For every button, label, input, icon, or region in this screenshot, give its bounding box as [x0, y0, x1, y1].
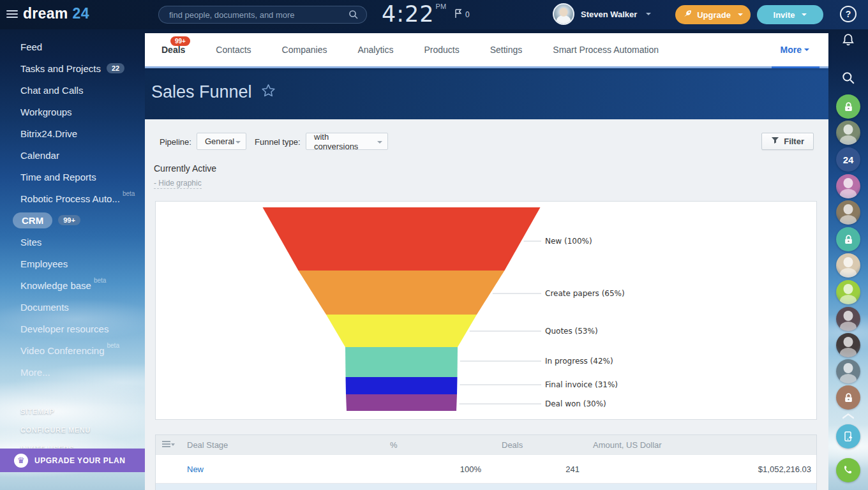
flag-counter[interactable]: 0: [454, 9, 470, 20]
search-icon[interactable]: [840, 70, 857, 86]
invite-button[interactable]: Invite: [757, 5, 823, 24]
bitrix24-badge[interactable]: 24: [836, 147, 860, 172]
sidebar-item-label: Video Conferencing: [20, 345, 104, 356]
clock[interactable]: 4:22PM: [382, 1, 446, 27]
sidebar-item-time-and-reports[interactable]: Time and Reports: [0, 166, 145, 188]
funnel-stage-label: New (100%): [545, 237, 592, 246]
funnel-stage-in-progress[interactable]: [345, 347, 458, 377]
sidebar-menu: FeedTasks and Projects22Chat and CallsWo…: [0, 29, 145, 383]
tab-smart-process-automation[interactable]: Smart Process Automation: [553, 33, 659, 66]
sidebar-item-label: Sites: [20, 237, 41, 248]
user-avatar[interactable]: [836, 307, 860, 331]
sidebar-footer-link-configure-menu[interactable]: CONFIGURE MENU: [0, 420, 145, 439]
funnel-stage-label: Final invoice (31%): [545, 380, 618, 389]
user-avatar[interactable]: [836, 253, 860, 278]
tab-contacts[interactable]: Contacts: [216, 33, 251, 66]
user-avatar[interactable]: [836, 333, 860, 357]
help-icon[interactable]: ?: [840, 6, 857, 22]
tab-more[interactable]: More: [781, 33, 809, 66]
sidebar-item-more[interactable]: More...: [0, 361, 145, 383]
sidebar-item-tasks-and-projects[interactable]: Tasks and Projects22: [0, 57, 145, 79]
sidebar-item-crm[interactable]: CRM99+: [0, 209, 145, 231]
sidebar-item-label: Tasks and Projects: [20, 63, 101, 74]
mobile-app-icon[interactable]: [836, 424, 860, 449]
funnel-stage-create-papers[interactable]: [299, 271, 505, 315]
lock-icon[interactable]: [836, 385, 860, 410]
sidebar-item-bitrix24-drive[interactable]: Bitrix24.Drive: [0, 122, 145, 144]
beta-tag: beta: [107, 342, 119, 349]
cell-percent: 100%: [381, 455, 497, 483]
deal-stage-link[interactable]: New: [187, 464, 204, 474]
user-menu[interactable]: Steven Walker: [553, 3, 651, 25]
user-avatar[interactable]: [836, 280, 860, 304]
sidebar-item-sites[interactable]: Sites: [0, 231, 145, 253]
upgrade-plan-button[interactable]: ♛ UPGRADE YOUR PLAN: [0, 449, 145, 472]
tab-companies[interactable]: Companies: [282, 33, 327, 66]
lock-icon[interactable]: [836, 94, 860, 119]
user-avatar[interactable]: [836, 200, 860, 225]
sidebar-item-developer-resources[interactable]: Developer resources: [0, 318, 145, 339]
search-input[interactable]: [169, 6, 341, 23]
pipeline-select[interactable]: General: [197, 133, 246, 150]
collapse-chevron-icon[interactable]: [841, 410, 855, 422]
tab-analytics[interactable]: Analytics: [357, 33, 393, 66]
sidebar-footer-link-sitemap[interactable]: SITEMAP: [0, 402, 145, 420]
left-sidebar: FeedTasks and Projects22Chat and CallsWo…: [0, 29, 145, 490]
sidebar-item-knowledge-base[interactable]: Knowledge basebeta: [0, 274, 145, 296]
section-heading: Currently Active: [154, 163, 216, 174]
filter-button[interactable]: Filter: [761, 133, 814, 150]
chevron-down-icon: [804, 48, 809, 51]
user-avatar[interactable]: [836, 174, 860, 198]
column-header-deal-stage[interactable]: Deal Stage: [156, 435, 381, 454]
crown-icon: ♛: [14, 454, 28, 468]
sidebar-item-robotic-process-auto[interactable]: Robotic Process Auto...beta: [0, 188, 145, 209]
pipeline-label: Pipeline:: [160, 137, 191, 147]
lock-icon[interactable]: [836, 227, 860, 251]
sidebar-item-calendar[interactable]: Calendar: [0, 144, 145, 166]
upgrade-button[interactable]: Upgrade: [675, 5, 751, 24]
notifications-bell-icon[interactable]: [840, 32, 857, 48]
funnel-stage-label: In progress (42%): [545, 357, 613, 366]
user-avatar[interactable]: [836, 359, 860, 383]
sidebar-item-label: Developer resources: [20, 323, 108, 334]
sidebar-item-chat-and-calls[interactable]: Chat and Calls: [0, 79, 145, 101]
hide-graphic-link[interactable]: - Hide graphic: [154, 179, 202, 189]
nav-tabs: Deals99+ContactsCompaniesAnalyticsProduc…: [145, 33, 828, 66]
sidebar-item-feed[interactable]: Feed: [0, 36, 145, 57]
sidebar-item-badge: 22: [107, 63, 124, 73]
sidebar-item-label: Calendar: [20, 150, 59, 161]
sidebar-item-label: Employees: [20, 258, 68, 269]
tab-deals[interactable]: Deals99+: [161, 33, 185, 66]
sidebar-item-employees[interactable]: Employees: [0, 253, 145, 274]
funnel-stage-label: Create papers (65%): [545, 289, 625, 298]
search-icon[interactable]: [348, 10, 359, 22]
sidebar-item-label: Documents: [20, 302, 69, 313]
sidebar-item-workgroups[interactable]: Workgroups: [0, 101, 145, 122]
column-header-amount-us-dollar[interactable]: Amount, US Dollar: [586, 435, 816, 454]
tab-label: Contacts: [216, 45, 251, 55]
sidebar-item-documents[interactable]: Documents: [0, 296, 145, 318]
menu-hamburger-icon[interactable]: [6, 10, 18, 19]
user-avatar[interactable]: [836, 121, 860, 145]
tab-products[interactable]: Products: [424, 33, 459, 66]
sidebar-item-video-conferencing[interactable]: Video Conferencingbeta: [0, 339, 145, 361]
column-header-deals[interactable]: Deals: [497, 435, 586, 454]
funnel-stage-final-invoice[interactable]: [346, 377, 458, 394]
phone-call-icon[interactable]: [836, 458, 860, 482]
column-header-[interactable]: %: [381, 435, 497, 454]
table-header-row: Deal Stage%DealsAmount, US Dollar: [156, 435, 816, 454]
funnel-type-select[interactable]: with conversions: [306, 133, 388, 150]
funnel-stage-deal-won[interactable]: [346, 394, 457, 411]
funnel-stage-quotes[interactable]: [326, 315, 477, 347]
funnel-svg: New (100%)Create papers (65%)Quotes (53%…: [156, 202, 816, 419]
main-content: Pipeline: General Funnel type: with conv…: [145, 119, 828, 490]
table-settings-icon[interactable]: [162, 441, 175, 449]
tab-settings[interactable]: Settings: [490, 33, 523, 66]
table-row-partial[interactable]: [156, 483, 816, 490]
brand-logo[interactable]: dream24: [23, 5, 89, 22]
avatar: [553, 3, 574, 25]
sidebar-item-badge: 99+: [58, 215, 80, 225]
funnel-stage-new[interactable]: [263, 207, 541, 271]
favorite-star-icon[interactable]: [261, 82, 276, 102]
tab-badge: 99+: [170, 36, 190, 46]
